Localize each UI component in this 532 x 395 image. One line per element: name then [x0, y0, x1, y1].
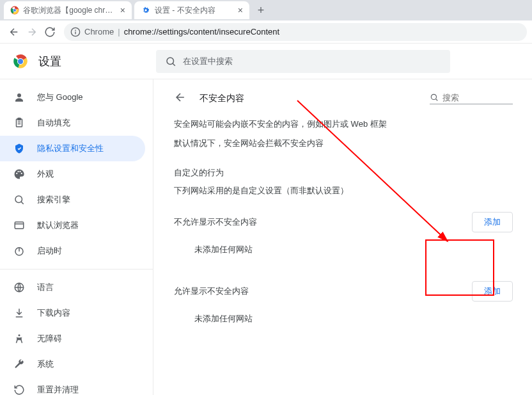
sidebar-item-you-and-google[interactable]: 您与 Google [0, 85, 145, 110]
site-info-icon[interactable]: Chrome [70, 27, 114, 37]
content-description-2: 默认情况下，安全网站会拦截不安全内容 [174, 138, 513, 149]
sidebar-label: 默认浏览器 [37, 220, 79, 231]
back-icon[interactable] [5, 23, 23, 41]
clipboard-icon [13, 117, 26, 129]
sidebar-item-reset[interactable]: 重置并清理 [0, 377, 145, 395]
new-tab-button[interactable]: + [252, 1, 270, 19]
forward-icon[interactable] [23, 23, 41, 41]
sidebar-item-languages[interactable]: 语言 [0, 275, 145, 300]
svg-point-11 [17, 93, 21, 97]
content-search[interactable] [430, 93, 513, 104]
block-empty-text: 未添加任何网站 [194, 244, 513, 255]
shield-icon [13, 143, 26, 154]
tab-title: 设置 - 不安全内容 [155, 5, 215, 16]
sidebar-item-system[interactable]: 系统 [0, 351, 145, 377]
block-label: 不允许显示不安全内容 [174, 216, 257, 228]
globe-icon [13, 282, 26, 293]
browser-toolbar: Chrome | chrome://settings/content/insec… [0, 20, 532, 44]
sidebar-item-appearance[interactable]: 外观 [0, 161, 145, 187]
allow-row: 允许显示不安全内容 添加 [174, 281, 513, 302]
accessibility-icon [13, 333, 26, 344]
sidebar-item-on-startup[interactable]: 启动时 [0, 238, 145, 264]
content-title: 不安全内容 [199, 93, 244, 104]
search-icon [13, 194, 26, 206]
block-row: 不允许显示不安全内容 添加 [174, 212, 513, 232]
sidebar-label: 隐私设置和安全性 [37, 143, 104, 154]
palette-icon [13, 168, 26, 180]
browser-icon [13, 220, 26, 231]
settings-sidebar: 您与 Google 自动填充 隐私设置和安全性 外观 搜索引擎 默认浏览器 启动… [0, 79, 153, 395]
add-allow-button[interactable]: 添加 [472, 281, 513, 302]
sidebar-item-downloads[interactable]: 下载内容 [0, 300, 145, 326]
sidebar-label: 下载内容 [37, 307, 70, 319]
tab-close-icon[interactable]: × [120, 5, 125, 15]
reload-icon[interactable] [41, 23, 59, 41]
svg-point-14 [15, 196, 22, 203]
sidebar-item-search-engine[interactable]: 搜索引擎 [0, 187, 145, 213]
person-icon [13, 92, 26, 103]
settings-header: 设置 在设置中搜索 [0, 44, 532, 79]
settings-title: 设置 [38, 54, 61, 69]
content-description-1: 安全网站可能会内嵌不安全的内容，例如图片或 Web 框架 [174, 118, 513, 130]
custom-behavior-desc: 下列网站采用的是自定义设置（而非默认设置） [174, 185, 513, 197]
svg-rect-6 [75, 31, 75, 34]
browser-tab-1[interactable]: 设置 - 不安全内容 × [134, 1, 249, 19]
sidebar-divider [0, 269, 153, 270]
allow-label: 允许显示不安全内容 [174, 286, 249, 297]
omnibox-separator: | [118, 27, 120, 36]
svg-rect-15 [15, 222, 24, 229]
chrome-logo-icon [13, 54, 28, 69]
power-icon [13, 245, 26, 257]
content-header: 不安全内容 [174, 91, 513, 106]
address-bar[interactable]: Chrome | chrome://settings/content/insec… [64, 23, 527, 41]
sidebar-item-accessibility[interactable]: 无障碍 [0, 326, 145, 351]
svg-point-21 [431, 94, 436, 99]
tab-close-icon[interactable]: × [238, 5, 243, 15]
sidebar-label: 搜索引擎 [37, 194, 70, 206]
svg-point-10 [167, 58, 174, 65]
search-icon [165, 56, 176, 67]
svg-point-9 [18, 59, 23, 64]
settings-search-placeholder: 在设置中搜索 [183, 56, 233, 67]
sidebar-label: 重置并清理 [37, 384, 79, 395]
wrench-icon [13, 359, 26, 370]
content-search-input[interactable] [442, 93, 500, 102]
chrome-icon [10, 5, 19, 15]
gear-icon [141, 5, 151, 15]
custom-behavior-title: 自定义的行为 [174, 167, 513, 179]
svg-point-18 [19, 334, 20, 336]
sidebar-item-privacy-security[interactable]: 隐私设置和安全性 [0, 136, 145, 161]
sidebar-label: 您与 Google [37, 92, 83, 103]
sidebar-item-autofill[interactable]: 自动填充 [0, 110, 145, 136]
sidebar-label: 自动填充 [37, 117, 70, 129]
sidebar-item-default-browser[interactable]: 默认浏览器 [0, 213, 145, 238]
sidebar-label: 无障碍 [37, 333, 62, 344]
download-icon [13, 307, 26, 319]
settings-content: 不安全内容 安全网站可能会内嵌不安全的内容，例如图片或 Web 框架 默认情况下… [153, 79, 532, 395]
browser-tabstrip: 谷歌浏览器【google chrome】 × 设置 - 不安全内容 × + [0, 0, 532, 20]
svg-point-5 [75, 29, 76, 31]
settings-search[interactable]: 在设置中搜索 [156, 50, 450, 73]
allow-empty-text: 未添加任何网站 [194, 313, 513, 325]
search-icon [430, 93, 439, 102]
sidebar-label: 系统 [37, 359, 54, 370]
sidebar-label: 外观 [37, 168, 54, 180]
restore-icon [13, 384, 26, 395]
omnibox-url: chrome://settings/content/insecureConten… [124, 27, 280, 36]
sidebar-label: 启动时 [37, 245, 62, 257]
tab-title: 谷歌浏览器【google chrome】 [23, 5, 116, 16]
svg-point-3 [13, 9, 16, 12]
content-back-icon[interactable] [174, 91, 187, 106]
add-block-button[interactable]: 添加 [472, 212, 513, 232]
omnibox-prefix: Chrome [84, 27, 114, 36]
svg-rect-13 [18, 118, 21, 120]
settings-body: 您与 Google 自动填充 隐私设置和安全性 外观 搜索引擎 默认浏览器 启动… [0, 79, 532, 395]
sidebar-label: 语言 [37, 282, 54, 293]
browser-tab-0[interactable]: 谷歌浏览器【google chrome】 × [4, 1, 132, 19]
